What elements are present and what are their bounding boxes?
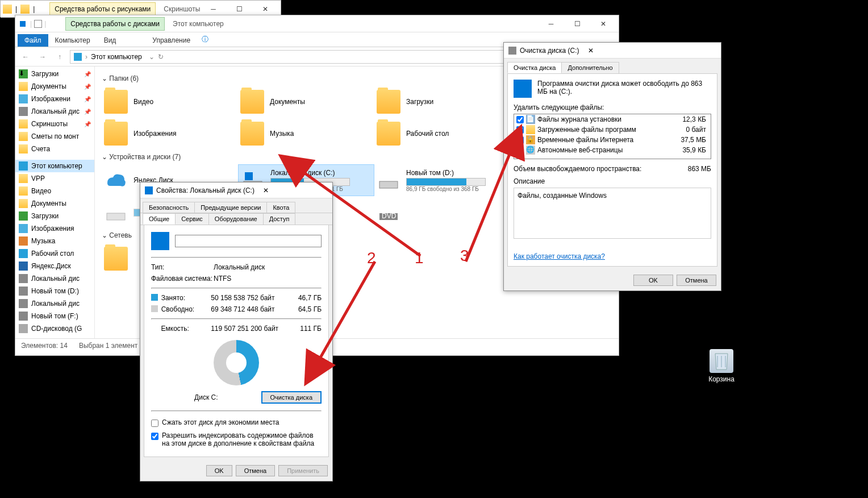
sidebar-item[interactable]: Изображения [15, 222, 94, 235]
tab-general[interactable]: Общие [143, 213, 176, 225]
cancel-button[interactable]: Отмена [236, 465, 275, 476]
ribbon-tab-manage[interactable]: Управление [145, 34, 197, 47]
explorer-titlebar: | | Средства работы с дисками Этот компь… [15, 15, 619, 32]
close-button[interactable]: ✕ [590, 15, 616, 32]
apply-button[interactable]: Применить [278, 465, 328, 476]
drive-item-d[interactable]: Новый том (D:) 86,9 ГБ свободно из 368 Г… [374, 164, 511, 196]
free-gb: 64,5 ГБ [289, 305, 322, 313]
sidebar-item[interactable]: Рабочий стол [15, 247, 94, 260]
type-label: Тип: [151, 263, 214, 271]
ribbon-tab-computer[interactable]: Компьютер [48, 34, 97, 47]
how-it-works-link[interactable]: Как работает очистка диска? [514, 252, 605, 260]
drive-icon [145, 186, 153, 194]
sidebar-item[interactable]: Документы [15, 197, 94, 210]
used-gb: 46,7 ГБ [289, 294, 322, 302]
sidebar-item[interactable]: Документы📌 [15, 80, 94, 93]
context-tab: Средства работы с рисунками [49, 2, 156, 16]
folder-item[interactable]: Видео [102, 86, 238, 118]
sidebar-item[interactable]: Скриншоты📌 [15, 118, 94, 130]
file-checkbox[interactable] [516, 136, 524, 144]
close-button[interactable]: ✕ [254, 186, 277, 194]
ok-button[interactable]: OK [206, 465, 232, 476]
sidebar-item-this-pc[interactable]: Этот компьютер [15, 160, 94, 172]
sidebar-item[interactable]: Локальный дис [15, 297, 94, 310]
tab-security[interactable]: Безопасность [143, 202, 195, 213]
drive-name: Новый том (D:) [406, 169, 486, 177]
pin-icon: 📌 [84, 109, 91, 115]
file-checkbox[interactable] [516, 147, 524, 154]
recycle-bin-label: Корзина [708, 375, 735, 383]
compress-checkbox[interactable]: Сжать этот диск для экономии места [151, 416, 322, 429]
drive-icon [508, 47, 516, 55]
capacity-bytes: 119 507 251 200 байт [211, 325, 288, 333]
sidebar-item[interactable]: Новый том (F:) [15, 310, 94, 322]
sidebar-item[interactable]: Локальный дис [15, 272, 94, 285]
file-list[interactable]: 📄Файлы журнала установки12,3 КБ Загружен… [514, 114, 711, 159]
nav-forward-button[interactable]: → [36, 50, 49, 64]
ribbon-tab-view[interactable]: Вид [97, 34, 123, 47]
maximize-button[interactable]: ☐ [564, 15, 590, 32]
folder-icon [104, 247, 128, 271]
tab-cleanup[interactable]: Очистка диска [507, 62, 562, 73]
pin-icon: 📌 [84, 84, 91, 90]
cancel-button[interactable]: Отмена [677, 275, 716, 286]
sidebar-item[interactable]: Музыка [15, 235, 94, 247]
folder-item[interactable]: Документы [238, 86, 374, 118]
recycle-bin-icon[interactable]: Корзина [700, 349, 743, 383]
sidebar-item[interactable]: VPP [15, 172, 94, 185]
file-list-item[interactable]: 🌐Автономные веб-страницы35,9 КБ [514, 145, 711, 155]
folder-item[interactable]: Рабочий стол [374, 118, 511, 150]
sidebar-item[interactable]: CD-дисковод (G [15, 322, 94, 335]
tab-service[interactable]: Сервис [175, 213, 209, 225]
dropdown-icon[interactable]: ⌄ [149, 53, 155, 61]
sidebar-item[interactable]: Сметы по монт [15, 130, 94, 143]
nav-back-button[interactable]: ← [19, 50, 32, 64]
folder-item[interactable]: Музыка [238, 118, 374, 150]
ribbon-tab-file[interactable]: Файл [18, 34, 48, 47]
pin-icon: 📌 [84, 121, 91, 127]
disk-cleanup-button[interactable]: Очистка диска [261, 391, 322, 404]
drive-label-input[interactable] [175, 235, 322, 247]
folder-item[interactable]: Изображения [102, 118, 238, 150]
file-checkbox[interactable] [516, 126, 524, 134]
file-list-item[interactable]: Загруженные файлы программ0 байт [514, 125, 711, 135]
status-count: Элементов: 14 [21, 342, 68, 350]
refresh-icon[interactable]: ↻ [158, 53, 164, 61]
annotation-number-3: 3 [460, 247, 469, 265]
breadcrumb-text: Этот компьютер [91, 53, 142, 61]
sidebar-item[interactable]: Счета [15, 143, 94, 155]
sidebar-item[interactable]: Видео [15, 185, 94, 197]
usage-pie-chart [214, 340, 259, 385]
sidebar-item[interactable]: Изображени📌 [15, 93, 94, 105]
sidebar-item[interactable]: Загрузки [15, 210, 94, 222]
sidebar-item[interactable]: Яндекс.Диск [15, 260, 94, 272]
minimize-button[interactable]: ─ [538, 15, 564, 32]
file-checkbox[interactable] [516, 116, 524, 123]
folder-icon [3, 5, 12, 14]
used-label: Занято: [161, 294, 211, 302]
file-list-item[interactable]: 📄Файлы журнала установки12,3 КБ [514, 114, 711, 125]
ok-button[interactable]: OK [633, 275, 673, 286]
tab-quota[interactable]: Квота [266, 202, 295, 213]
tab-previous-versions[interactable]: Предыдущие версии [194, 202, 267, 213]
folder-item[interactable]: Загрузки [374, 86, 511, 118]
close-button[interactable]: ✕ [579, 47, 602, 55]
drive-item[interactable]: DVD [374, 196, 511, 228]
help-icon[interactable]: ⓘ [197, 32, 213, 47]
pc-icon [20, 21, 26, 27]
folder-icon [20, 5, 30, 14]
drive-icon [104, 200, 128, 224]
sidebar-item[interactable]: ⬇Загрузки📌 [15, 68, 94, 80]
qat-icon[interactable] [34, 20, 42, 28]
sidebar-item[interactable]: Новый том (D:) [15, 285, 94, 297]
used-bytes: 50 158 538 752 байт [211, 294, 288, 302]
tab-more-options[interactable]: Дополнительно [561, 62, 619, 73]
recycle-bin-image [710, 349, 733, 373]
sidebar-item[interactable]: Локальный дис📌 [15, 105, 94, 118]
tab-hardware[interactable]: Оборудование [208, 213, 264, 225]
file-list-item[interactable]: 🔒Временные файлы Интернета37,5 МБ [514, 135, 711, 145]
index-checkbox[interactable]: Разрешить индексировать содержимое файло… [151, 429, 322, 450]
drive-icon [151, 232, 169, 250]
nav-up-button[interactable]: ↑ [53, 50, 66, 64]
tab-access[interactable]: Доступ [263, 213, 296, 225]
